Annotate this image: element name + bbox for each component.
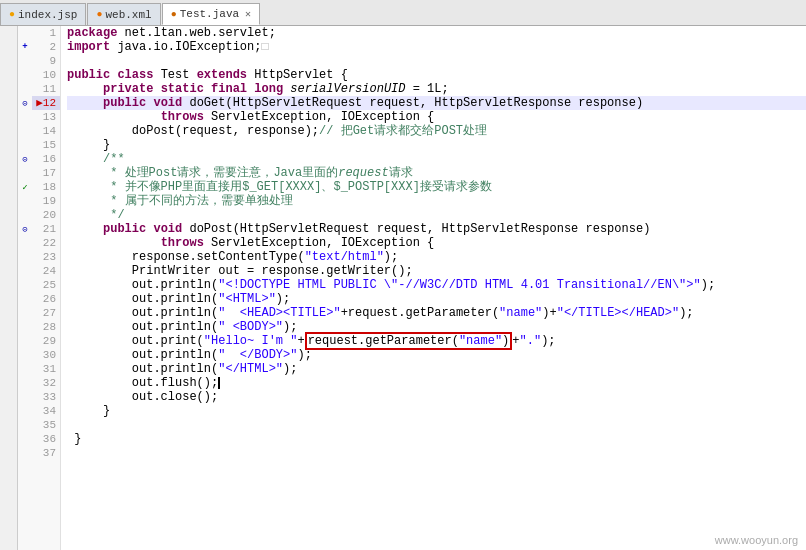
- close-icon[interactable]: ✕: [245, 8, 251, 20]
- code-line-27: out.println(" <HEAD><TITLE>"+request.get…: [67, 306, 806, 320]
- code-line-33: out.close();: [67, 390, 806, 404]
- gutter-mark-12: ⊝: [18, 96, 32, 110]
- editor-window: ● index.jsp ● web.xml ● Test.java ✕ 1: [0, 0, 806, 550]
- gutter-mark-18: ✓: [18, 180, 32, 194]
- gutter-mark-1: [18, 26, 32, 40]
- tab-index-jsp[interactable]: ● index.jsp: [0, 3, 86, 25]
- code-line-25: out.println("<!DOCTYPE HTML PUBLIC \"-//…: [67, 278, 806, 292]
- tab-bar: ● index.jsp ● web.xml ● Test.java ✕: [0, 0, 806, 26]
- code-line-29: out.print("Hello~ I'm "+request.getParam…: [67, 334, 806, 348]
- line-num-35: 35: [32, 418, 60, 432]
- line-num-33: 33: [32, 390, 60, 404]
- line-num-34: 34: [32, 404, 60, 418]
- tab-test-java[interactable]: ● Test.java ✕: [162, 3, 260, 25]
- line-num-22: 22: [32, 236, 60, 250]
- tab-label: Test.java: [180, 8, 239, 20]
- line-num-25: 25: [32, 278, 60, 292]
- line-num-17: 17: [32, 166, 60, 180]
- tab-label: web.xml: [105, 9, 151, 21]
- tab-web-xml[interactable]: ● web.xml: [87, 3, 160, 25]
- line-num-28: 28: [32, 320, 60, 334]
- line-number-gutter: 1 + 2 9 10 11 ⊝: [18, 26, 61, 550]
- code-line-18: * 并不像PHP里面直接用$_GET[XXXX]、$_POSTP[XXX]接受请…: [67, 180, 806, 194]
- line-num-14: 14: [32, 124, 60, 138]
- code-line-9: [67, 54, 806, 68]
- editor-body: 1 + 2 9 10 11 ⊝: [0, 26, 806, 550]
- watermark: www.wooyun.org: [715, 534, 798, 546]
- code-line-21: public void doPost(HttpServletRequest re…: [67, 222, 806, 236]
- line-num-18: 18: [32, 180, 60, 194]
- line-num-24: 24: [32, 264, 60, 278]
- line-num-29: 29: [32, 334, 60, 348]
- code-line-30: out.println(" </BODY>");: [67, 348, 806, 362]
- line-num-9: 9: [32, 54, 60, 68]
- code-line-37: [67, 446, 806, 460]
- line-num-12: ▶12: [32, 96, 60, 110]
- xml-icon: ●: [96, 9, 102, 20]
- line-num-32: 32: [32, 376, 60, 390]
- line-num-31: 31: [32, 362, 60, 376]
- line-num-2: 2: [32, 40, 60, 54]
- left-icon-gutter: [0, 26, 18, 550]
- code-line-1: package net.ltan.web.servlet;: [67, 26, 806, 40]
- java-icon: ●: [171, 9, 177, 20]
- code-line-10: public class Test extends HttpServlet {: [67, 68, 806, 82]
- line-num-36: 36: [32, 432, 60, 446]
- code-line-20: */: [67, 208, 806, 222]
- line-num-27: 27: [32, 306, 60, 320]
- gutter-mark-16: ⊝: [18, 152, 32, 166]
- line-num-21: 21: [32, 222, 60, 236]
- code-line-14: doPost(request, response);// 把Get请求都交给PO…: [67, 124, 806, 138]
- line-num-1: 1: [32, 26, 60, 40]
- code-line-36: }: [67, 432, 806, 446]
- code-line-11: private static final long serialVersionU…: [67, 82, 806, 96]
- line-num-10: 10: [32, 68, 60, 82]
- code-line-12: public void doGet(HttpServletRequest req…: [67, 96, 806, 110]
- code-line-24: PrintWriter out = response.getWriter();: [67, 264, 806, 278]
- jsp-icon: ●: [9, 9, 15, 20]
- code-content[interactable]: package net.ltan.web.servlet; import jav…: [61, 26, 806, 550]
- tab-label: index.jsp: [18, 9, 77, 21]
- code-line-35: [67, 418, 806, 432]
- line-num-30: 30: [32, 348, 60, 362]
- line-num-15: 15: [32, 138, 60, 152]
- code-line-23: response.setContentType("text/html");: [67, 250, 806, 264]
- code-line-22: throws ServletException, IOException {: [67, 236, 806, 250]
- line-num-16: 16: [32, 152, 60, 166]
- gutter-mark-21: ⊝: [18, 222, 32, 236]
- code-line-31: out.println("</HTML>");: [67, 362, 806, 376]
- code-line-19: * 属于不同的方法，需要单独处理: [67, 194, 806, 208]
- code-line-34: }: [67, 404, 806, 418]
- code-line-26: out.println("<HTML>");: [67, 292, 806, 306]
- line-num-26: 26: [32, 292, 60, 306]
- code-line-32: out.flush();: [67, 376, 806, 390]
- code-line-15: }: [67, 138, 806, 152]
- line-num-20: 20: [32, 208, 60, 222]
- line-num-23: 23: [32, 250, 60, 264]
- line-num-19: 19: [32, 194, 60, 208]
- gutter-mark-2: +: [18, 40, 32, 54]
- code-line-2: import java.io.IOException;□: [67, 40, 806, 54]
- line-num-11: 11: [32, 82, 60, 96]
- code-line-16: /**: [67, 152, 806, 166]
- line-num-37: 37: [32, 446, 60, 460]
- code-line-17: * 处理Post请求，需要注意，Java里面的request请求: [67, 166, 806, 180]
- line-num-13: 13: [32, 110, 60, 124]
- code-line-13: throws ServletException, IOException {: [67, 110, 806, 124]
